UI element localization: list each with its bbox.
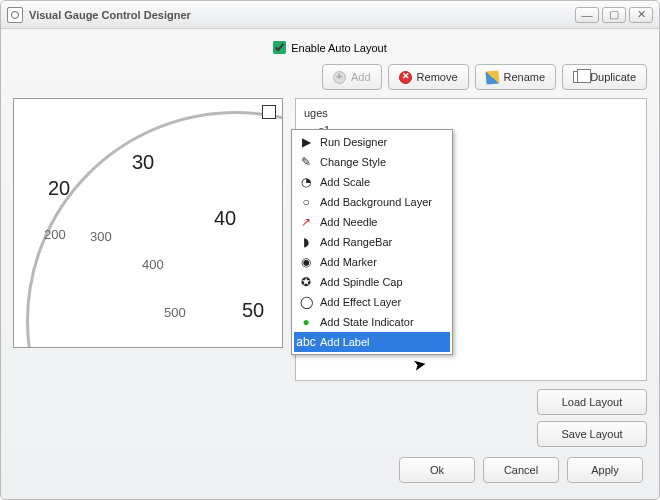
gauge-tick-300: 300 <box>90 229 112 244</box>
auto-layout-label: Enable Auto Layout <box>291 42 386 54</box>
spindle-icon: ✪ <box>298 274 314 290</box>
ok-button[interactable]: Ok <box>399 457 475 483</box>
rangebar-icon: ◗ <box>298 234 314 250</box>
menu-add-effect[interactable]: ◯Add Effect Layer <box>294 292 450 312</box>
gauge-tick-500: 500 <box>164 305 186 320</box>
brush-icon: ✎ <box>298 154 314 170</box>
load-layout-button[interactable]: Load Layout <box>537 389 647 415</box>
scale-icon: ◔ <box>298 174 314 190</box>
menu-add-label[interactable]: abcAdd Label <box>294 332 450 352</box>
context-menu: ▶Run Designer ✎Change Style ◔Add Scale ○… <box>291 129 453 355</box>
tree-row[interactable]: uges <box>304 105 638 122</box>
effect-icon: ◯ <box>298 294 314 310</box>
titlebar: Visual Gauge Control Designer — ▢ ✕ <box>1 1 659 29</box>
menu-add-needle[interactable]: ↗Add Needle <box>294 212 450 232</box>
marker-icon: ◉ <box>298 254 314 270</box>
menu-add-marker[interactable]: ◉Add Marker <box>294 252 450 272</box>
app-icon <box>7 7 23 23</box>
remove-button[interactable]: Remove <box>388 64 469 90</box>
play-icon: ▶ <box>298 134 314 150</box>
label-icon: abc <box>298 334 314 350</box>
duplicate-button[interactable]: Duplicate <box>562 64 647 90</box>
menu-change-style[interactable]: ✎Change Style <box>294 152 450 172</box>
gauge-preview: 20 30 40 50 200 300 400 500 <box>13 98 283 348</box>
duplicate-icon <box>573 71 585 83</box>
layer-icon: ○ <box>298 194 314 210</box>
enable-auto-layout-checkbox[interactable]: Enable Auto Layout <box>273 41 386 54</box>
maximize-button[interactable]: ▢ <box>602 7 626 23</box>
add-button[interactable]: Add <box>322 64 382 90</box>
gauge-tick-30: 30 <box>132 151 154 174</box>
menu-add-state[interactable]: ●Add State Indicator <box>294 312 450 332</box>
content-area: Enable Auto Layout Add Remove Rename Dup… <box>1 29 659 499</box>
menu-add-bg-layer[interactable]: ○Add Background Layer <box>294 192 450 212</box>
designer-window: Visual Gauge Control Designer — ▢ ✕ Enab… <box>0 0 660 500</box>
apply-button[interactable]: Apply <box>567 457 643 483</box>
gauge-tick-20: 20 <box>48 177 70 200</box>
toolbar: Add Remove Rename Duplicate <box>13 64 647 90</box>
gauge-tick-200: 200 <box>44 227 66 242</box>
menu-add-spindle[interactable]: ✪Add Spindle Cap <box>294 272 450 292</box>
auto-layout-check-icon[interactable] <box>273 41 286 54</box>
save-layout-button[interactable]: Save Layout <box>537 421 647 447</box>
rename-button[interactable]: Rename <box>475 64 557 90</box>
gauge-tick-40: 40 <box>214 207 236 230</box>
state-icon: ● <box>298 314 314 330</box>
minimize-button[interactable]: — <box>575 7 599 23</box>
dialog-footer: Ok Cancel Apply <box>13 447 647 487</box>
menu-add-scale[interactable]: ◔Add Scale <box>294 172 450 192</box>
pencil-icon <box>485 70 499 84</box>
gauge-tick-400: 400 <box>142 257 164 272</box>
cancel-button[interactable]: Cancel <box>483 457 559 483</box>
plus-icon <box>333 71 346 84</box>
close-button[interactable]: ✕ <box>629 7 653 23</box>
remove-icon <box>399 71 412 84</box>
menu-add-rangebar[interactable]: ◗Add RangeBar <box>294 232 450 252</box>
menu-run-designer[interactable]: ▶Run Designer <box>294 132 450 152</box>
needle-icon: ↗ <box>298 214 314 230</box>
gauge-tick-50: 50 <box>242 299 264 322</box>
window-title: Visual Gauge Control Designer <box>29 9 572 21</box>
